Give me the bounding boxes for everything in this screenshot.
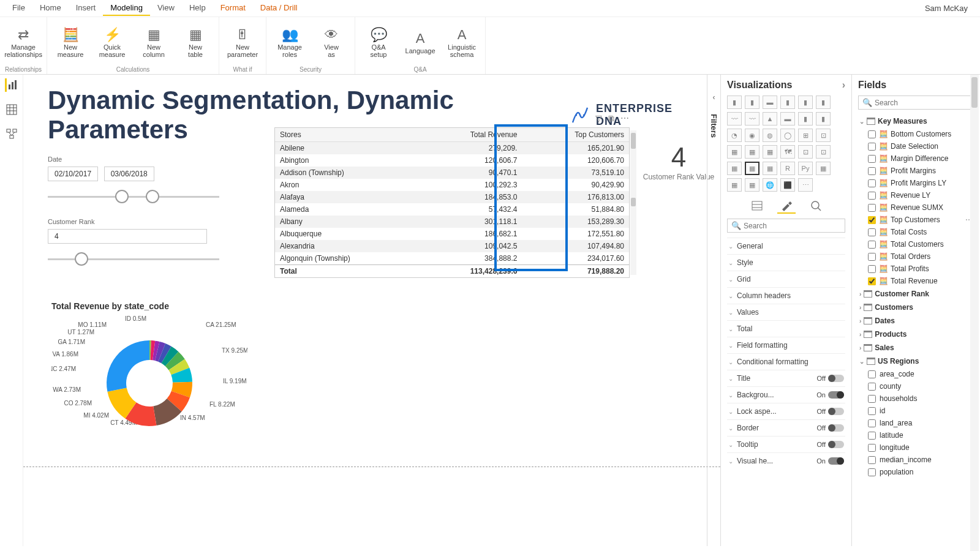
filter-icon[interactable]: ▽ [595,113,602,124]
format-section-total[interactable]: ⌄Total [727,320,845,337]
field-latitude[interactable]: latitude [858,429,974,441]
table-row[interactable]: Alexandria109,042.5107,494.80 [275,240,629,252]
ribbon-q-a-setup[interactable]: 💬Q&Asetup [360,26,397,58]
vis-type-26[interactable]: ▦ [763,162,777,175]
data-view-icon[interactable] [5,103,18,116]
field-longitude[interactable]: longitude [858,441,974,454]
date-from-input[interactable]: 02/10/2017 [48,167,98,181]
vis-type-16[interactable]: ⊞ [798,129,813,142]
field-area-code[interactable]: area_code [858,368,974,380]
field-total-orders[interactable]: 🧮Total Orders [858,250,974,263]
vis-type-32[interactable]: 🌐 [763,178,777,192]
format-tab-icon[interactable] [777,198,796,214]
vis-type-18[interactable]: ▦ [727,145,742,159]
vis-type-7[interactable]: 〰 [745,112,760,126]
table-scrollbar[interactable] [630,130,636,275]
table-row[interactable]: Abilene279,209.165,201.90 [275,142,629,155]
date-slider[interactable] [48,190,219,204]
format-section-tooltip[interactable]: ⌄TooltipOff [727,436,845,452]
vis-type-28[interactable]: Py [798,162,813,175]
format-section-field-formatting[interactable]: ⌄Field formatting [727,337,845,353]
slider-handle-right[interactable] [146,190,159,203]
vis-type-2[interactable]: ▬ [763,96,777,109]
vis-type-6[interactable]: 〰 [727,112,742,126]
vis-type-1[interactable]: ▮ [745,96,760,109]
vis-type-15[interactable]: ◯ [780,129,795,142]
format-search-input[interactable] [744,222,841,230]
rank-slicer[interactable]: Customer Rank 4 [48,218,232,267]
field-total-profits[interactable]: 🧮Total Profits [858,263,974,275]
vis-type-19[interactable]: ▦ [745,145,760,159]
format-section-general[interactable]: ⌄General [727,238,845,254]
table-us-regions[interactable]: ⌄US Regions [858,354,974,368]
menu-file[interactable]: File [5,1,32,16]
ribbon-new-measure[interactable]: 🧮Newmeasure [52,26,89,58]
format-section-style[interactable]: ⌄Style [727,254,845,271]
field-top-customers[interactable]: 🧮Top Customers⋯ [858,214,974,226]
field-county[interactable]: county [858,380,974,392]
table-dates[interactable]: ›Dates [858,314,974,328]
vis-type-34[interactable]: ⋯ [798,178,813,192]
model-view-icon[interactable] [5,127,18,141]
field-revenue-ly[interactable]: 🧮Revenue LY [858,189,974,201]
format-section-border[interactable]: ⌄BorderOff [727,419,845,436]
ribbon-new-table[interactable]: ▦Newtable [177,26,214,58]
vis-type-5[interactable]: ▮ [816,96,831,109]
donut-visual[interactable]: Total Revenue by state_code ID 0.5MMO 1.… [51,301,247,452]
vis-type-11[interactable]: ▮ [816,112,831,126]
collapse-vis-icon[interactable]: › [842,80,845,91]
vis-type-0[interactable]: ▮ [727,96,742,109]
format-section-visual-he-[interactable]: ⌄Visual he...On [727,452,845,469]
format-section-values[interactable]: ⌄Values [727,304,845,320]
vis-type-20[interactable]: ▦ [763,145,777,159]
format-section-backgrou-[interactable]: ⌄Backgrou...On [727,386,845,403]
more-icon[interactable]: ⋯ [620,113,629,124]
field-bottom-customers[interactable]: 🧮Bottom Customers [858,128,974,140]
field-households[interactable]: households [858,392,974,405]
fields-search-input[interactable] [875,99,970,107]
format-section-column-headers[interactable]: ⌄Column headers [727,287,845,304]
vis-type-8[interactable]: ▲ [763,112,777,126]
focus-icon[interactable]: ⧉ [608,113,614,124]
format-section-grid[interactable]: ⌄Grid [727,271,845,287]
menu-view[interactable]: View [150,1,182,16]
filters-pane-collapsed[interactable]: ‹ Filters [707,75,720,546]
rank-value-input[interactable]: 4 [48,229,207,244]
table-customer-rank[interactable]: ›Customer Rank [858,287,974,301]
donut-slice-CA[interactable] [107,340,149,392]
ribbon-language[interactable]: ALanguage [402,30,439,54]
field-total-customers[interactable]: 🧮Total Customers [858,238,974,250]
field-revenue-sumx[interactable]: 🧮Revenue SUMX [858,201,974,214]
table-row[interactable]: Albuquerque186,682.1172,551.80 [275,228,629,240]
vis-type-31[interactable]: ▦ [745,178,760,192]
date-to-input[interactable]: 03/06/2018 [104,167,154,181]
field-total-costs[interactable]: 🧮Total Costs [858,226,974,238]
menu-modeling[interactable]: Modeling [103,1,150,16]
date-slicer[interactable]: Date 02/10/2017 03/06/2018 [48,156,232,204]
table-visual[interactable]: ▽ ⧉ ⋯ StoresTotal RevenueTop CustomersAb… [274,127,630,278]
ribbon-new-column[interactable]: ▦Newcolumn [135,26,172,58]
ribbon-manage-roles[interactable]: 👥Manageroles [271,26,308,58]
rank-slider-handle[interactable] [75,252,88,266]
table-customers[interactable]: ›Customers [858,301,974,314]
report-view-icon[interactable] [5,78,18,92]
vis-type-25[interactable]: ▦ [745,162,760,175]
ribbon-quick-measure[interactable]: ⚡Quickmeasure [94,26,130,58]
menu-insert[interactable]: Insert [69,1,104,16]
ribbon-view-as[interactable]: 👁Viewas [313,26,350,58]
vis-type-13[interactable]: ◉ [745,129,760,142]
window-scrollbar[interactable] [970,75,979,551]
format-search[interactable]: 🔍 [727,219,845,233]
field-land-area[interactable]: land_area [858,417,974,429]
menu-format[interactable]: Format [213,1,253,16]
fields-tab-icon[interactable] [748,198,766,214]
vis-type-17[interactable]: ⊡ [816,129,831,142]
menu-help[interactable]: Help [182,1,213,16]
vis-type-9[interactable]: ▬ [780,112,795,126]
table-products[interactable]: ›Products [858,328,974,341]
table-row[interactable]: Akron100,292.390,429.90 [275,179,629,191]
vis-type-3[interactable]: ▮ [780,96,795,109]
menu-home[interactable]: Home [32,1,69,16]
table-row[interactable]: Alameda57,432.451,884.80 [275,203,629,216]
table-header[interactable]: Total Revenue [420,128,522,142]
